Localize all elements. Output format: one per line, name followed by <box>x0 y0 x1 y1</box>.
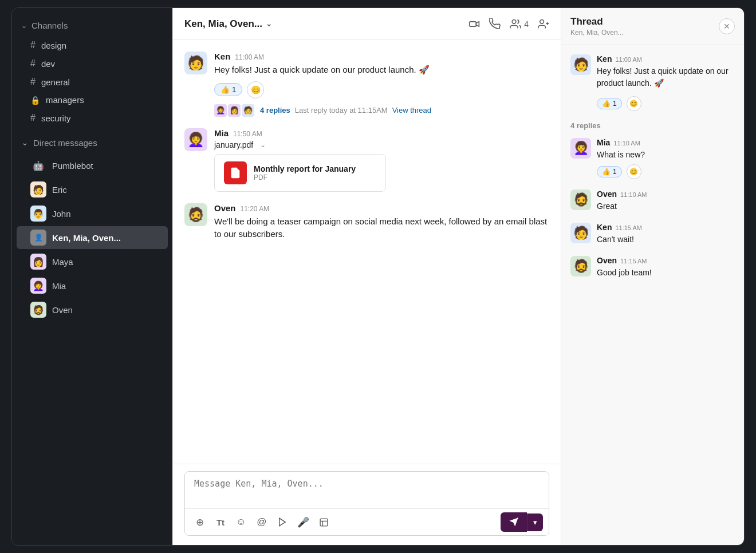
thread-original-reactions: 👍 1 😊 <box>597 93 735 111</box>
sidebar-dm-oven[interactable]: 🧔 Oven <box>17 298 168 321</box>
thread-reply-mia-reaction[interactable]: 👍 1 <box>597 166 622 177</box>
message-content-oven: Oven 11:20 AM We'll be doing a teaser ca… <box>214 203 549 241</box>
sidebar-dm-john[interactable]: 👨 John <box>17 202 168 225</box>
mention-button[interactable]: @ <box>253 513 271 531</box>
sidebar-item-label-security: security <box>41 113 71 123</box>
sidebar-dm-pumblebot[interactable]: 🤖 Pumblebot <box>17 154 168 177</box>
video-call-button[interactable] <box>468 18 480 30</box>
chat-title-chevron-icon[interactable]: ⌄ <box>266 19 272 28</box>
avatar-oven: 🧔 <box>30 302 46 318</box>
file-attachment[interactable]: Monthly report for January PDF <box>214 154 386 192</box>
format-button[interactable]: Tt <box>211 513 230 531</box>
dm-name-eric: Eric <box>52 185 67 195</box>
file-dropdown-icon[interactable]: ⌄ <box>260 141 266 149</box>
avatar-oven-chat: 🧔 <box>184 203 207 226</box>
svg-rect-9 <box>320 519 328 526</box>
thread-reply-ken-header: Ken 11:15 AM <box>597 223 735 232</box>
sidebar-item-design[interactable]: # design <box>17 37 168 54</box>
avatar-eric: 🧑 <box>30 181 46 198</box>
message-group-oven: 🧔 Oven 11:20 AM We'll be doing a teaser … <box>184 203 549 241</box>
file-info: Monthly report for January PDF <box>254 164 356 181</box>
sidebar-dm-mia[interactable]: 👩‍🦱 Mia <box>17 274 168 297</box>
thread-avatar-oven-reply2: 🧔 <box>570 256 591 276</box>
sidebar-item-general[interactable]: # general <box>17 73 168 90</box>
avatar-ken: 🧑 <box>184 52 207 74</box>
message-author-oven: Oven <box>214 203 236 213</box>
app-container: ⌄ Channels # design # dev # general 🔒 ma… <box>11 7 745 546</box>
members-button[interactable]: 4 <box>510 18 529 30</box>
thread-reply-mia: 👩‍🦱 Mia 11:10 AM What is new? 👍 1 😊 <box>570 138 735 179</box>
audio-button[interactable]: 🎤 <box>294 513 312 531</box>
thread-reply-oven-1-author: Oven <box>597 189 617 199</box>
message-author-ken: Ken <box>214 52 230 61</box>
thread-reply-oven-1: 🧔 Oven 11:10 AM Great <box>570 189 735 212</box>
svg-marker-1 <box>477 21 479 26</box>
thread-avatar-mia-reply: 👩‍🦱 <box>570 138 591 159</box>
sidebar-dm-ken-mia-oven[interactable]: 👤 Ken, Mia, Oven... <box>17 226 168 249</box>
thread-replies-divider: 4 replies <box>570 121 735 130</box>
thread-original-reaction[interactable]: 👍 1 <box>597 98 622 109</box>
sidebar-item-managers[interactable]: 🔒 managers <box>17 92 168 108</box>
chat-toolbar: ⊕ Tt ☺ @ 🎤 <box>185 508 549 535</box>
sidebar-dm-maya[interactable]: 👩 Maya <box>17 250 168 273</box>
thread-reply-oven-2: 🧔 Oven 11:15 AM Good job team! <box>570 256 735 279</box>
svg-point-2 <box>512 19 516 23</box>
thread-original-author: Ken <box>597 54 612 64</box>
thread-original-header: Ken 11:00 AM <box>597 54 735 64</box>
send-dropdown-button[interactable]: ▾ <box>527 514 543 531</box>
thread-avatar-3: 🧑 <box>242 104 254 117</box>
dm-name-ken-mia-oven: Ken, Mia, Oven... <box>52 233 121 243</box>
lock-icon-managers: 🔒 <box>30 96 40 105</box>
channels-section-header[interactable]: ⌄ Channels <box>12 17 172 34</box>
compose-button[interactable] <box>314 513 333 531</box>
reaction-count-ken: 1 <box>232 85 236 94</box>
thread-reply-oven-2-time: 11:15 AM <box>620 258 647 264</box>
message-input[interactable] <box>185 472 549 506</box>
reaction-thumbsup-ken[interactable]: 👍 1 <box>214 83 242 96</box>
thread-avatar-oven-reply1: 🧔 <box>570 189 591 210</box>
phone-call-button[interactable] <box>489 18 501 30</box>
svg-marker-8 <box>279 518 286 526</box>
message-content-ken: Ken 11:00 AM Hey folks! Just a quick upd… <box>214 52 549 117</box>
thread-reply-mia-reaction-emoji: 👍 <box>602 168 611 176</box>
chat-title[interactable]: Ken, Mia, Oven... ⌄ <box>184 18 272 30</box>
add-reaction-button-ken[interactable]: 😊 <box>247 81 264 98</box>
thread-original-add-reaction-button[interactable]: 😊 <box>627 96 641 111</box>
thread-close-button[interactable]: ✕ <box>719 18 735 34</box>
dm-section-header[interactable]: ⌄ Direct messages <box>12 134 172 151</box>
reaction-bar-ken: 👍 1 😊 <box>214 81 549 98</box>
dm-chevron-icon: ⌄ <box>21 137 29 148</box>
message-header-oven: Oven 11:20 AM <box>214 203 549 213</box>
sidebar-item-label-design: design <box>41 41 66 50</box>
chat-header: Ken, Mia, Oven... ⌄ <box>173 8 561 40</box>
sidebar-dm-eric[interactable]: 🧑 Eric <box>17 178 168 201</box>
thread-reply-mia-reactions: 👍 1 😊 <box>597 161 735 179</box>
thread-original-text: Hey folks! Just a quick update on our pr… <box>597 65 735 89</box>
add-member-button[interactable] <box>538 18 549 30</box>
sidebar: ⌄ Channels # design # dev # general 🔒 ma… <box>12 8 172 545</box>
thread-reply-oven-2-author: Oven <box>597 256 617 265</box>
sidebar-item-security[interactable]: # security <box>17 109 168 127</box>
thread-original-content: Ken 11:00 AM Hey folks! Just a quick upd… <box>597 54 735 111</box>
add-button[interactable]: ⊕ <box>191 513 209 531</box>
send-button[interactable] <box>501 512 527 532</box>
giphy-button[interactable] <box>273 513 292 531</box>
hash-icon-security: # <box>30 113 36 123</box>
thread-info-ken: 👩‍🦱 👩 🧑 4 replies Last reply today at 11… <box>214 104 549 117</box>
thread-view-link[interactable]: View thread <box>392 106 431 114</box>
thread-reply-mia-add-reaction-button[interactable]: 😊 <box>627 164 641 179</box>
thread-reply-oven-1-text: Great <box>597 200 735 212</box>
thread-original-reaction-count: 1 <box>613 100 617 108</box>
thread-header: Thread Ken, Mia, Oven... ✕ <box>561 8 744 45</box>
svg-point-3 <box>540 19 544 23</box>
message-text-ken: Hey folks! Just a quick update on our pr… <box>214 64 549 77</box>
thread-replies-count[interactable]: 4 replies <box>260 106 290 114</box>
dm-name-john: John <box>52 209 71 219</box>
hash-icon-general: # <box>30 77 36 87</box>
emoji-button[interactable]: ☺ <box>232 513 250 531</box>
message-group-mia: 👩‍🦱 Mia 11:50 AM january.pdf ⌄ <box>184 128 549 192</box>
thread-reply-mia-header: Mia 11:10 AM <box>597 138 735 147</box>
channels-label: Channels <box>32 21 68 30</box>
sidebar-item-dev[interactable]: # dev <box>17 55 168 72</box>
message-time-ken: 11:00 AM <box>235 53 264 61</box>
